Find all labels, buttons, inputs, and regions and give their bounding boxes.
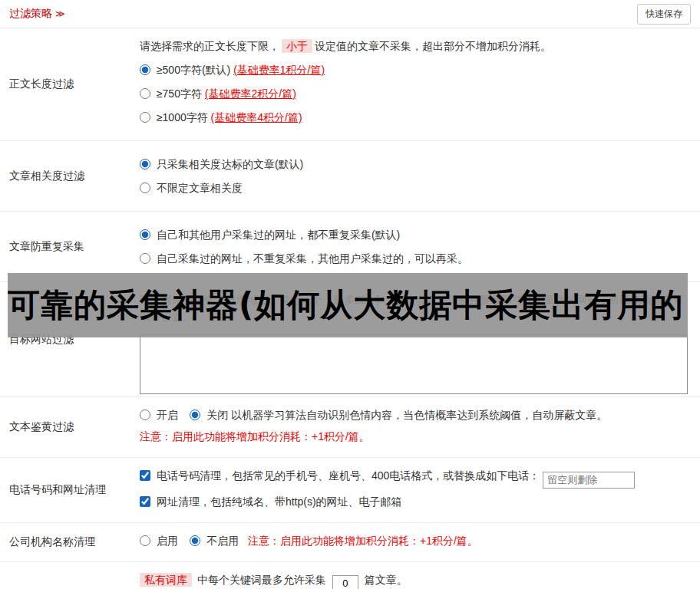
length-option-750: ≥750字符 (基础费率2积分/篇) xyxy=(140,85,688,102)
row-dedup-filter: 文章防重复采集 自己和其他用户采集过的网址，都不重复采集(默认) 自己采集过的网… xyxy=(0,212,700,282)
private-lexicon-highlight: 私有词库 xyxy=(140,573,192,587)
row-content: 请选择需求的正文长度下限，小于设定值的文章不采集，超出部分不增加积分消耗。 ≥5… xyxy=(132,28,700,140)
phone-clean-checkbox[interactable] xyxy=(140,470,150,481)
relevance-option-strict-radio[interactable] xyxy=(140,159,150,169)
company-clean-off-label: 不启用 xyxy=(206,535,239,547)
url-clean-checkbox[interactable] xyxy=(140,496,150,507)
row-porn-filter: 文本鉴黄过滤 开启 关闭 以机器学习算法自动识别色情内容，当色情概率达到系统阈值… xyxy=(0,397,700,458)
porn-filter-off-label: 关闭 xyxy=(206,409,228,421)
length-filter-intro: 请选择需求的正文长度下限，小于设定值的文章不采集，超出部分不增加积分消耗。 xyxy=(140,38,688,54)
company-clean-warning: 注意：启用此功能将增加积分消耗：+1积分/篇。 xyxy=(248,535,478,547)
keyword-dedup-line1-mid: 中每个关键词最多允许采集 xyxy=(197,574,326,586)
row-label: 电话号码和网址清理 xyxy=(0,458,132,522)
length-option-750-note: (基础费率2积分/篇) xyxy=(205,87,296,100)
row-content: 启用 不启用 注意：启用此功能将增加积分消耗：+1积分/篇。 xyxy=(132,523,700,561)
row-company-clean: 公司机构名称清理 启用 不启用 注意：启用此功能将增加积分消耗：+1积分/篇。 xyxy=(0,523,700,562)
length-option-1000-radio[interactable] xyxy=(140,112,150,123)
row-site-filter: 目标网站过滤 以下网站不采集，只填域名，每行一个，最多200个。系统会自动识别并… xyxy=(0,282,700,397)
porn-filter-warning: 注意：启用此功能将增加积分消耗：+1积分/篇。 xyxy=(140,428,688,445)
row-content: 开启 关闭 以机器学习算法自动识别色情内容，当色情概率达到系统阈值，自动屏蔽文章… xyxy=(132,397,700,457)
collapse-chevron-icon: ≫ xyxy=(55,8,65,19)
row-content: 私有词库 中每个关键词最多允许采集 篇文章。 如果留空或设为0，则不限篇数。 如… xyxy=(132,562,700,589)
company-clean-on-label: 启用 xyxy=(157,535,178,547)
intro-highlight: 小于 xyxy=(282,39,312,53)
row-content: 电话号码清理，包括常见的手机号、座机号、400电话格式，或替换成如下电话： 网址… xyxy=(132,458,700,522)
length-option-750-radio[interactable] xyxy=(140,88,150,99)
dedup-option-self-label: 自己采集过的网址，不重复采集，其他用户采集过的，可以再采。 xyxy=(157,252,468,265)
porn-filter-options: 开启 关闭 以机器学习算法自动识别色情内容，当色情概率达到系统阈值，自动屏蔽文章… xyxy=(140,406,688,423)
porn-filter-desc: 以机器学习算法自动识别色情内容，当色情概率达到系统阈值，自动屏蔽文章。 xyxy=(231,409,607,421)
length-option-500-label: ≥500字符(默认) xyxy=(157,64,233,76)
page-title-text: 过滤策略 xyxy=(9,7,52,19)
length-option-500-radio[interactable] xyxy=(140,64,150,75)
relevance-option-strict: 只采集相关度达标的文章(默认) xyxy=(140,156,688,173)
relevance-option-any: 不限定文章相关度 xyxy=(140,179,688,196)
length-option-1000: ≥1000字符 (基础费率4积分/篇) xyxy=(140,109,688,126)
url-clean-line: 网址清理，包括纯域名、带http(s)的网址、电子邮箱 xyxy=(140,493,688,510)
intro-pre: 请选择需求的正文长度下限， xyxy=(140,40,279,52)
dedup-option-self: 自己采集过的网址，不重复采集，其他用户采集过的，可以再采。 xyxy=(140,250,688,267)
filter-strategy-page: 过滤策略 ≫ 快速保存 正文长度过滤 请选择需求的正文长度下限，小于设定值的文章… xyxy=(0,0,700,589)
keyword-dedup-line1-post: 篇文章。 xyxy=(365,574,408,586)
relevance-option-any-label: 不限定文章相关度 xyxy=(157,182,243,194)
keyword-dedup-line1: 私有词库 中每个关键词最多允许采集 篇文章。 xyxy=(140,571,688,589)
company-clean-on-radio[interactable] xyxy=(140,535,150,546)
dedup-option-self-radio[interactable] xyxy=(140,253,150,264)
row-relevance-filter: 文章相关度过滤 只采集相关度达标的文章(默认) 不限定文章相关度 xyxy=(0,141,700,212)
row-content: 以下网站不采集，只填域名，每行一个，最多200个。系统会自动识别并屏蔽那些非文章… xyxy=(132,282,700,397)
row-content: 只采集相关度达标的文章(默认) 不限定文章相关度 xyxy=(132,141,700,211)
length-option-1000-label: ≥1000字符 xyxy=(157,111,211,123)
relevance-option-strict-label: 只采集相关度达标的文章(默认) xyxy=(157,158,303,170)
dedup-option-global: 自己和其他用户采集过的网址，都不重复采集(默认) xyxy=(140,226,688,243)
row-label: 关键词防重复采集 xyxy=(0,562,132,589)
company-clean-options: 启用 不启用 注意：启用此功能将增加积分消耗：+1积分/篇。 xyxy=(140,532,688,549)
row-label: 公司机构名称清理 xyxy=(0,523,132,561)
url-clean-label: 网址清理，包括纯域名、带http(s)的网址、电子邮箱 xyxy=(157,495,402,508)
row-label: 文章防重复采集 xyxy=(0,212,132,281)
company-clean-off-radio[interactable] xyxy=(190,535,200,546)
site-filter-intro: 以下网站不采集，只填域名，每行一个，最多200个。系统会自动识别并屏蔽那些非文章… xyxy=(140,291,688,325)
length-option-750-label: ≥750字符 xyxy=(157,87,205,100)
row-content: 自己和其他用户采集过的网址，都不重复采集(默认) 自己采集过的网址，不重复采集，… xyxy=(132,212,700,281)
keyword-count-input[interactable] xyxy=(332,575,358,589)
phone-clean-line: 电话号码清理，包括常见的手机号、座机号、400电话格式，或替换成如下电话： xyxy=(140,467,688,489)
porn-filter-on-radio[interactable] xyxy=(140,410,150,420)
length-option-500: ≥500字符(默认) (基础费率1积分/篇) xyxy=(140,61,688,78)
row-length-filter: 正文长度过滤 请选择需求的正文长度下限，小于设定值的文章不采集，超出部分不增加积… xyxy=(0,28,700,141)
intro-post: 设定值的文章不采集，超出部分不增加积分消耗。 xyxy=(315,40,551,52)
porn-filter-off-radio[interactable] xyxy=(190,410,200,420)
length-option-1000-note: (基础费率4积分/篇) xyxy=(211,111,302,123)
row-label: 正文长度过滤 xyxy=(0,28,132,140)
page-title[interactable]: 过滤策略 ≫ xyxy=(9,7,64,21)
blocked-sites-textarea[interactable] xyxy=(140,334,688,394)
top-bar: 过滤策略 ≫ 快速保存 xyxy=(0,0,700,28)
row-label: 目标网站过滤 xyxy=(0,282,132,397)
dedup-option-global-label: 自己和其他用户采集过的网址，都不重复采集(默认) xyxy=(157,229,400,241)
row-keyword-dedup: 关键词防重复采集 私有词库 中每个关键词最多允许采集 篇文章。 如果留空或设为0… xyxy=(0,562,700,589)
quick-save-button[interactable]: 快速保存 xyxy=(637,4,691,25)
row-label: 文章相关度过滤 xyxy=(0,141,132,211)
phone-replace-input[interactable] xyxy=(543,472,635,489)
dedup-option-global-radio[interactable] xyxy=(140,229,150,240)
row-phone-url-clean: 电话号码和网址清理 电话号码清理，包括常见的手机号、座机号、400电话格式，或替… xyxy=(0,458,700,523)
relevance-option-any-radio[interactable] xyxy=(140,183,150,193)
length-option-500-note: (基础费率1积分/篇) xyxy=(233,64,325,76)
row-label: 文本鉴黄过滤 xyxy=(0,397,132,457)
porn-filter-on-label: 开启 xyxy=(157,409,178,421)
phone-clean-label: 电话号码清理，包括常见的手机号、座机号、400电话格式，或替换成如下电话： xyxy=(157,469,540,482)
